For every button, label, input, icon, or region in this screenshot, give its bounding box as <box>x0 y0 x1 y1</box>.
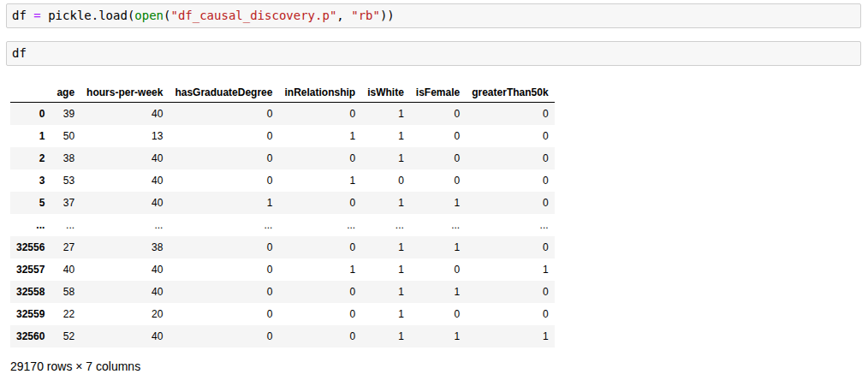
table-row: 32558584000110 <box>10 281 555 303</box>
table-cell: ... <box>410 214 466 236</box>
table-row: 32556273800110 <box>10 236 555 258</box>
table-cell: 1 <box>410 281 466 303</box>
row-index: 32560 <box>10 325 51 347</box>
table-cell: 1 <box>361 325 410 347</box>
table-cell: 0 <box>169 236 278 258</box>
table-cell: 40 <box>80 147 169 169</box>
table-cell: 0 <box>410 147 466 169</box>
column-header: greaterThan50k <box>466 83 554 103</box>
table-cell: 1 <box>278 258 361 281</box>
row-index: 32556 <box>10 236 51 258</box>
table-cell: 0 <box>466 192 554 214</box>
row-index: 0 <box>10 103 51 126</box>
table-cell: ... <box>169 214 278 236</box>
table-cell: 1 <box>278 125 361 147</box>
table-row: ........................ <box>10 214 555 236</box>
table-cell: 1 <box>410 192 466 214</box>
table-cell: 37 <box>51 192 80 214</box>
table-cell: 0 <box>466 147 554 169</box>
dataframe-output: agehours-per-weekhasGraduateDegreeinRela… <box>10 83 861 373</box>
table-cell: 0 <box>169 281 278 303</box>
table-cell: 40 <box>51 258 80 281</box>
table-cell: 0 <box>278 303 361 325</box>
table-cell: 0 <box>466 125 554 147</box>
table-cell: 52 <box>51 325 80 347</box>
table-cell: 13 <box>80 125 169 147</box>
table-cell: 40 <box>80 258 169 281</box>
table-cell: 1 <box>361 103 410 126</box>
table-cell: 1 <box>361 281 410 303</box>
table-cell: 1 <box>361 236 410 258</box>
table-cell: 1 <box>466 258 554 281</box>
table-cell: 38 <box>80 236 169 258</box>
row-index: 5 <box>10 192 51 214</box>
table-cell: 38 <box>51 147 80 169</box>
table-row: 1501301100 <box>10 125 555 147</box>
table-cell: 0 <box>466 103 554 126</box>
table-cell: 53 <box>51 169 80 192</box>
dataframe-table: agehours-per-weekhasGraduateDegreeinRela… <box>10 83 555 347</box>
table-cell: 0 <box>278 147 361 169</box>
table-row: 2384000100 <box>10 147 555 169</box>
column-header: hours-per-week <box>80 83 169 103</box>
table-cell: 40 <box>80 281 169 303</box>
code-token: = <box>33 9 40 22</box>
column-header: age <box>51 83 80 103</box>
table-cell: ... <box>278 214 361 236</box>
table-cell: ... <box>361 214 410 236</box>
table-cell: 1 <box>410 325 466 347</box>
row-index: 32558 <box>10 281 51 303</box>
code-token: "df_causal_discovery.p" <box>170 9 336 22</box>
table-cell: 0 <box>466 303 554 325</box>
dataframe-summary: 29170 rows × 7 columns <box>10 359 861 373</box>
table-cell: 50 <box>51 125 80 147</box>
notebook: df = pickle.load(open("df_causal_discove… <box>0 0 868 386</box>
table-cell: 0 <box>466 281 554 303</box>
table-cell: 0 <box>410 103 466 126</box>
code-token: df <box>12 46 27 60</box>
code-token: , <box>336 9 351 22</box>
column-header: isWhite <box>361 83 410 103</box>
code-token: df <box>12 9 33 22</box>
table-cell: 27 <box>51 236 80 258</box>
code-token: pickle.load( <box>41 9 135 22</box>
column-header: inRelationship <box>278 83 361 103</box>
table-cell: 0 <box>169 103 278 126</box>
table-cell: 0 <box>169 147 278 169</box>
row-index: 32557 <box>10 258 51 281</box>
table-cell: 40 <box>80 169 169 192</box>
table-cell: 0 <box>278 236 361 258</box>
table-cell: 0 <box>410 169 466 192</box>
table-cell: 40 <box>80 325 169 347</box>
table-cell: 1 <box>361 258 410 281</box>
code-token: open <box>134 9 163 22</box>
table-cell: 20 <box>80 303 169 325</box>
table-cell: 40 <box>80 192 169 214</box>
table-cell: 0 <box>278 192 361 214</box>
table-cell: 1 <box>169 192 278 214</box>
table-cell: 1 <box>278 169 361 192</box>
code-cell-load[interactable]: df = pickle.load(open("df_causal_discove… <box>6 3 861 28</box>
table-row: 32557404001101 <box>10 258 555 281</box>
table-cell: 39 <box>51 103 80 126</box>
table-cell: 0 <box>169 169 278 192</box>
index-header <box>10 83 51 103</box>
table-cell: 0 <box>278 325 361 347</box>
table-cell: 0 <box>169 258 278 281</box>
table-cell: 0 <box>169 325 278 347</box>
row-index: 32559 <box>10 303 51 325</box>
table-cell: 0 <box>278 281 361 303</box>
table-cell: 1 <box>361 303 410 325</box>
code-token: "rb" <box>351 9 380 22</box>
header-row: agehours-per-weekhasGraduateDegreeinRela… <box>10 83 555 103</box>
table-cell: ... <box>466 214 554 236</box>
row-index: ... <box>10 214 51 236</box>
code-cell-df[interactable]: df <box>6 41 861 66</box>
table-cell: 0 <box>466 236 554 258</box>
table-cell: 0 <box>410 258 466 281</box>
column-header: hasGraduateDegree <box>169 83 278 103</box>
column-header: isFemale <box>410 83 466 103</box>
table-cell: 40 <box>80 103 169 126</box>
table-row: 32559222000100 <box>10 303 555 325</box>
table-cell: 0 <box>169 303 278 325</box>
